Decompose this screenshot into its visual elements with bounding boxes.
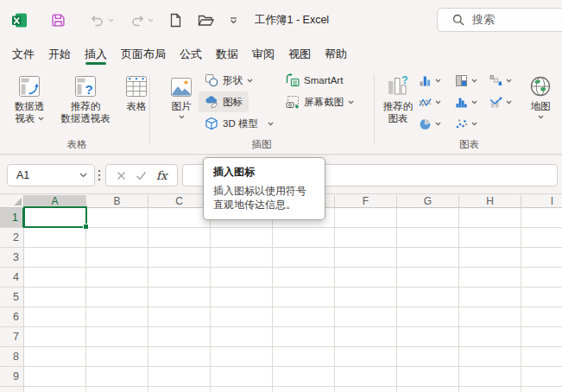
insert-line-chart-button[interactable] <box>419 94 441 110</box>
cell-C2[interactable] <box>148 228 211 248</box>
cell-I2[interactable] <box>521 228 562 248</box>
tab-view[interactable]: 视图 <box>281 41 318 67</box>
insert-scatter-chart-button[interactable] <box>455 116 477 131</box>
cell-B5[interactable] <box>86 288 148 307</box>
cell-E5[interactable] <box>273 288 335 307</box>
cell-F6[interactable] <box>335 307 397 327</box>
column-header-C[interactable]: C <box>148 195 211 208</box>
cell-G5[interactable] <box>397 288 459 307</box>
icons-button[interactable]: 图标 <box>199 92 249 112</box>
cell-G8[interactable] <box>397 347 459 367</box>
cell-H10[interactable] <box>459 387 521 392</box>
cell-E8[interactable] <box>273 347 335 367</box>
cell-I7[interactable] <box>521 327 562 347</box>
cell-A3[interactable] <box>24 248 86 268</box>
cancel-button[interactable] <box>112 166 131 185</box>
cell-A1[interactable] <box>24 208 86 228</box>
cell-I3[interactable] <box>521 248 562 268</box>
cell-I6[interactable] <box>521 307 562 327</box>
insert-hierarchy-chart-button[interactable] <box>455 73 477 88</box>
table-button[interactable]: 表格 <box>119 69 154 124</box>
cell-C4[interactable] <box>148 268 211 288</box>
cell-G7[interactable] <box>397 327 459 347</box>
cell-E9[interactable] <box>273 367 335 387</box>
cell-D10[interactable] <box>211 387 273 392</box>
tab-file[interactable]: 文件 <box>5 41 41 67</box>
column-header-F[interactable]: F <box>335 195 397 208</box>
cell-B8[interactable] <box>86 347 148 367</box>
cell-E7[interactable] <box>273 327 335 347</box>
cell-D2[interactable] <box>211 228 273 248</box>
cell-B9[interactable] <box>86 367 148 387</box>
cell-F8[interactable] <box>335 347 397 367</box>
cell-B6[interactable] <box>86 307 148 327</box>
cell-I9[interactable] <box>521 367 562 387</box>
insert-pie-chart-button[interactable] <box>419 116 441 131</box>
column-header-H[interactable]: H <box>459 195 521 208</box>
cell-A7[interactable] <box>24 327 86 347</box>
cell-H6[interactable] <box>459 307 521 327</box>
cell-A2[interactable] <box>24 228 86 248</box>
cell-D5[interactable] <box>211 288 273 307</box>
cell-G9[interactable] <box>397 367 459 387</box>
select-all-button[interactable] <box>0 195 24 208</box>
cell-D6[interactable] <box>211 307 273 327</box>
insert-column-chart-button[interactable] <box>419 73 441 88</box>
tab-insert[interactable]: 插入 <box>78 41 114 67</box>
cell-I8[interactable] <box>521 347 562 367</box>
cell-C7[interactable] <box>148 327 211 347</box>
row-header-3[interactable]: 3 <box>0 248 24 268</box>
row-header-5[interactable]: 5 <box>0 288 24 307</box>
cell-H8[interactable] <box>459 347 521 367</box>
3d-models-button[interactable]: 3D 模型 <box>199 113 280 134</box>
cell-C8[interactable] <box>148 347 211 367</box>
cell-A5[interactable] <box>24 288 86 307</box>
shapes-button[interactable]: 形状 <box>199 70 259 91</box>
cell-E3[interactable] <box>273 248 335 268</box>
cell-B4[interactable] <box>86 268 148 288</box>
row-header-7[interactable]: 7 <box>0 327 24 347</box>
cell-D9[interactable] <box>211 367 273 387</box>
search-box[interactable]: 搜索 <box>437 8 562 32</box>
cell-H3[interactable] <box>459 248 521 268</box>
tab-formulas[interactable]: 公式 <box>173 41 209 67</box>
column-header-G[interactable]: G <box>397 195 459 208</box>
cell-F5[interactable] <box>335 288 397 307</box>
row-header-2[interactable]: 2 <box>0 228 24 248</box>
cell-F9[interactable] <box>335 367 397 387</box>
tab-data[interactable]: 数据 <box>209 41 245 67</box>
cell-E10[interactable] <box>273 387 335 392</box>
cell-D7[interactable] <box>211 327 273 347</box>
cell-H1[interactable] <box>459 208 521 228</box>
save-button[interactable] <box>47 8 69 34</box>
cell-A10[interactable] <box>24 387 86 392</box>
cell-E6[interactable] <box>273 307 335 327</box>
cell-G1[interactable] <box>397 208 459 228</box>
cell-F4[interactable] <box>335 268 397 288</box>
row-header-4[interactable]: 4 <box>0 268 24 288</box>
cell-C3[interactable] <box>148 248 211 268</box>
cell-E2[interactable] <box>273 228 335 248</box>
enter-button[interactable] <box>132 166 151 185</box>
cell-I1[interactable] <box>521 208 562 228</box>
row-header-1[interactable]: 1 <box>0 208 24 228</box>
app-launcher-button[interactable] <box>9 8 30 34</box>
cell-B2[interactable] <box>86 228 148 248</box>
cell-A8[interactable] <box>24 347 86 367</box>
pivottable-button[interactable]: 数据透 视表 <box>7 69 52 124</box>
new-file-button[interactable] <box>166 8 186 34</box>
cell-H4[interactable] <box>459 268 521 288</box>
name-box[interactable]: A1 <box>7 164 95 187</box>
screenshot-button[interactable]: 屏幕截图 <box>280 92 360 112</box>
cell-B3[interactable] <box>86 248 148 268</box>
cell-A6[interactable] <box>24 307 86 327</box>
undo-button[interactable] <box>86 8 117 34</box>
column-header-I[interactable]: I <box>521 195 562 208</box>
cell-A9[interactable] <box>24 367 86 387</box>
row-header-10[interactable]: 10 <box>0 387 24 392</box>
cell-H7[interactable] <box>459 327 521 347</box>
cell-F2[interactable] <box>335 228 397 248</box>
cell-H2[interactable] <box>459 228 521 248</box>
cell-I5[interactable] <box>521 288 562 307</box>
cell-C6[interactable] <box>148 307 211 327</box>
